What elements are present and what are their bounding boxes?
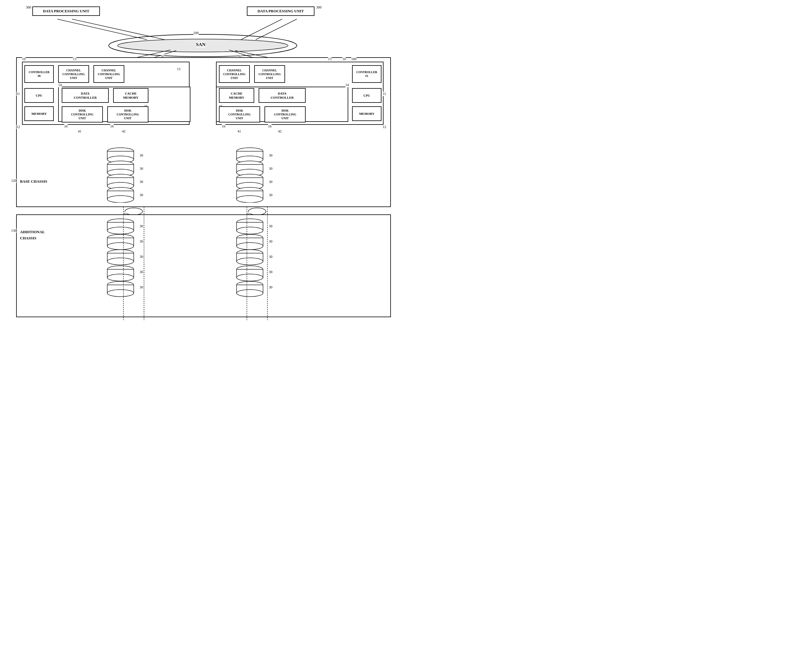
- right-disk-group: [234, 147, 269, 203]
- ref-30-al5: 30: [140, 285, 143, 289]
- cpu-right: CPU: [352, 88, 382, 103]
- ref-41b: 41: [237, 129, 241, 134]
- ref-30-r2: 30: [269, 166, 272, 171]
- data-ctrl-right: DATA CONTROLLER: [259, 88, 306, 103]
- svg-point-74: [237, 274, 263, 281]
- ccu-left-2: CHANNEL CONTROLLING UNIT: [93, 65, 124, 83]
- svg-point-77: [237, 289, 263, 297]
- ref-120: 120: [11, 178, 17, 183]
- ref-30-ar4: 30: [269, 270, 272, 274]
- disk-ctrl-left-1: DISK CONTROLLING UNIT: [62, 106, 103, 122]
- ref-30-al4: 30: [140, 270, 143, 274]
- ref-12a: 12: [17, 125, 20, 129]
- svg-point-56: [107, 258, 134, 265]
- disk-ctrl-right-1: DISK CONTROLLING UNIT: [219, 106, 260, 122]
- right-disk-group-additional: [234, 218, 269, 314]
- controller-0: CONTROLLER #0: [24, 65, 54, 83]
- ref-30-r4: 30: [269, 193, 272, 197]
- svg-point-62: [107, 289, 134, 297]
- svg-point-65: [237, 227, 263, 234]
- svg-point-47: [237, 196, 263, 203]
- ref-16a: 16: [64, 124, 67, 129]
- svg-point-50: [107, 227, 134, 234]
- svg-point-35: [107, 196, 134, 203]
- ref-16c: 16: [222, 124, 225, 129]
- ref-30-l4: 30: [140, 193, 143, 197]
- svg-point-22: [125, 208, 142, 215]
- base-chassis-label: BASE CHASSIS: [20, 179, 47, 184]
- dpu-left: DATA PROCESSING UNIT: [32, 6, 100, 16]
- ref-30-l1: 30: [140, 153, 143, 158]
- ref-130: 130: [11, 229, 17, 233]
- additional-chassis-label: ADDITIONAL CHASSIS: [20, 229, 45, 241]
- ref-30-l2: 30: [140, 166, 143, 171]
- ccu-right-1: CHANNEL CONTROLLING UNIT: [219, 65, 250, 83]
- ref-16d: 16: [268, 124, 272, 129]
- ref-42b: 42: [278, 129, 282, 134]
- ref-10b: 10: [342, 57, 346, 61]
- ref-200: 200: [193, 31, 198, 35]
- svg-line-4: [241, 19, 282, 40]
- memory-right: MEMORY: [352, 106, 382, 121]
- dpu-right: DATA PROCESSING UNIT: [247, 6, 314, 16]
- left-disk-group-additional: [104, 218, 140, 314]
- ref-10a: 10: [22, 57, 26, 61]
- ref-13b: 13: [177, 67, 180, 72]
- disk-ctrl-left-2: DISK CONTROLLING UNIT: [107, 106, 148, 122]
- ref-14b: 14: [345, 83, 349, 87]
- controller-1: CONTROLLER #1: [352, 65, 382, 83]
- ref-11a: 11: [17, 91, 20, 96]
- ref-42a: 42: [122, 129, 125, 134]
- ref-30-al2: 30: [140, 239, 143, 244]
- ref-30-al3: 30: [140, 254, 143, 259]
- ccu-right-2: CHANNEL CONTROLLING UNIT: [254, 65, 285, 83]
- ref-16b: 16: [110, 124, 114, 129]
- additional-chassis: [16, 215, 391, 317]
- ref-30-ar2: 30: [269, 239, 272, 244]
- ref-12b: 12: [383, 125, 386, 129]
- ref-30-r1: 30: [269, 153, 272, 158]
- ref-30-l3: 30: [140, 180, 143, 184]
- svg-line-2: [57, 19, 147, 40]
- memory-left: MEMORY: [24, 106, 54, 121]
- ref-30-ar3: 30: [269, 254, 272, 259]
- svg-line-3: [72, 19, 165, 40]
- cpu-left: CPU: [24, 88, 54, 103]
- disk-ctrl-right-2: DISK CONTROLLING UNIT: [264, 106, 306, 122]
- ref-30-ar1: 30: [269, 224, 272, 229]
- ref-300b: 300: [316, 5, 322, 10]
- data-ctrl-left: DATA CONTROLLER: [62, 88, 109, 103]
- ccu-left-1: CHANNEL CONTROLLING UNIT: [58, 65, 89, 83]
- ref-300a: 300: [26, 5, 31, 10]
- diagram: DATA PROCESSING UNIT 300 DATA PROCESSING…: [0, 0, 406, 326]
- ref-13a: 13: [73, 57, 76, 61]
- svg-point-23: [248, 208, 266, 215]
- ref-41a: 41: [78, 129, 81, 134]
- svg-point-71: [237, 258, 263, 265]
- svg-point-53: [107, 242, 134, 250]
- left-disk-group: [104, 147, 140, 203]
- ref-30-r3: 30: [269, 180, 272, 184]
- svg-point-68: [237, 242, 263, 250]
- ref-30-al1: 30: [140, 224, 143, 229]
- cache-left: CACHE MEMORY: [113, 88, 148, 103]
- ref-100: 100: [351, 57, 357, 61]
- ref-14a: 14: [58, 83, 62, 87]
- svg-line-5: [256, 19, 297, 40]
- san-label: SAN: [196, 42, 205, 47]
- ref-13c: 13: [328, 57, 331, 61]
- ref-11b: 11: [383, 91, 386, 96]
- ref-30-ar5: 30: [269, 285, 272, 289]
- svg-point-59: [107, 274, 134, 281]
- cache-right: CACHE MEMORY: [219, 88, 254, 103]
